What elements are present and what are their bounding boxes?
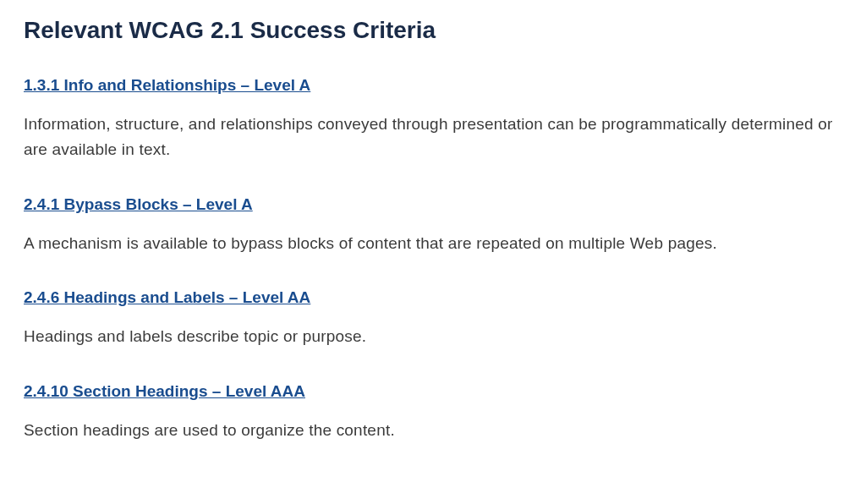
criterion-description: A mechanism is available to bypass block… [24,231,842,256]
criterion-item: 2.4.10 Section Headings – Level AAA Sect… [24,382,842,443]
criterion-link[interactable]: 2.4.6 Headings and Labels – Level AA [24,288,310,307]
criterion-description: Headings and labels describe topic or pu… [24,324,842,349]
criterion-item: 2.4.6 Headings and Labels – Level AA Hea… [24,288,842,349]
criterion-item: 2.4.1 Bypass Blocks – Level A A mechanis… [24,195,842,256]
criterion-link[interactable]: 1.3.1 Info and Relationships – Level A [24,76,310,95]
criterion-item: 1.3.1 Info and Relationships – Level A I… [24,76,842,163]
criterion-description: Section headings are used to organize th… [24,418,842,443]
criterion-link[interactable]: 2.4.10 Section Headings – Level AAA [24,382,305,401]
page-heading: Relevant WCAG 2.1 Success Criteria [24,17,842,44]
criterion-description: Information, structure, and relationship… [24,112,842,163]
criterion-link[interactable]: 2.4.1 Bypass Blocks – Level A [24,195,253,214]
